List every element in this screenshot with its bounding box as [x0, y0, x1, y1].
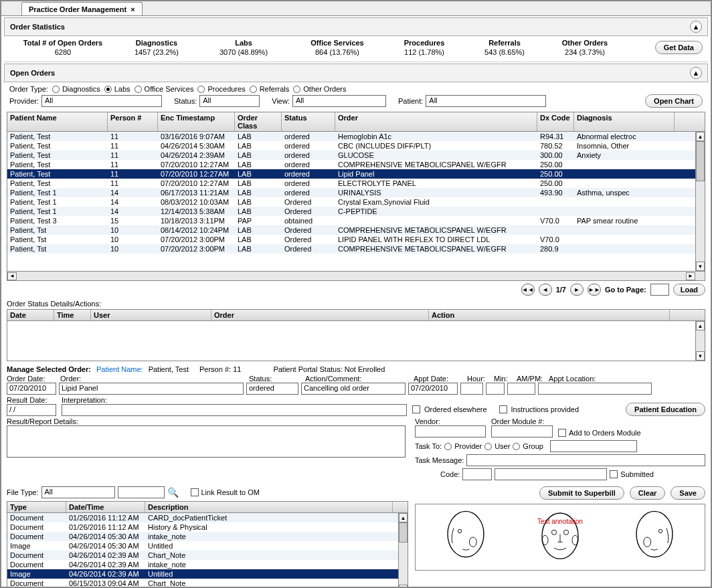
file-type-select[interactable]: All: [41, 486, 115, 498]
submitted-checkbox[interactable]: [610, 470, 618, 478]
table-row[interactable]: Document01/26/2016 11:12 AMCARD_docPatie…: [7, 513, 408, 522]
provider-select[interactable]: All: [41, 95, 162, 107]
sd-col-user[interactable]: User: [91, 310, 211, 320]
radio-other-orders[interactable]: Other Orders: [293, 85, 346, 93]
table-row[interactable]: Patient, Test 31510/18/2013 3:11PMPAPobt…: [7, 216, 705, 225]
get-data-button[interactable]: Get Data: [655, 41, 703, 54]
task-msg-input[interactable]: [466, 454, 705, 466]
status-input[interactable]: ordered: [246, 383, 298, 395]
table-row[interactable]: Document04/26/2014 02:39 AMintake_note: [7, 560, 408, 569]
radio-provider[interactable]: Provider: [444, 442, 482, 450]
clear-button[interactable]: Clear: [630, 486, 666, 500]
scroll-down-icon[interactable]: ▼: [399, 585, 408, 588]
vendor-input[interactable]: [415, 425, 486, 437]
load-button[interactable]: Load: [673, 284, 705, 296]
location-input[interactable]: [538, 383, 652, 395]
col-order-class[interactable]: Order Class: [235, 112, 282, 131]
radio-diagnostics[interactable]: Diagnostics: [52, 85, 100, 93]
link-result-checkbox[interactable]: [191, 488, 199, 496]
ampm-input[interactable]: [507, 383, 535, 395]
table-row[interactable]: Document04/26/2014 02:39 AMChart_Note: [7, 551, 408, 560]
view-select[interactable]: All: [292, 95, 386, 107]
table-row[interactable]: Patient, Test 11412/14/2013 5:38AMLABOrd…: [7, 207, 705, 216]
scroll-up-icon[interactable]: ▲: [399, 513, 408, 522]
table-row[interactable]: Patient, Test1107/20/2010 12:27AMLABorde…: [7, 179, 705, 188]
collapse-icon[interactable]: ▲: [690, 21, 702, 33]
ordered-elsewhere-checkbox[interactable]: [412, 405, 420, 413]
table-row[interactable]: Document04/26/2014 05:30 AMintake_note: [7, 532, 408, 541]
table-row[interactable]: Patient, Test 11408/03/2012 10:03AMLABOr…: [7, 197, 705, 207]
table-row[interactable]: Patient, Test1103/16/2016 9:07AMLABorder…: [7, 132, 705, 141]
instructions-provided-checkbox[interactable]: [499, 405, 507, 413]
add-orders-module-checkbox[interactable]: [558, 429, 566, 437]
radio-referrals[interactable]: Referrals: [250, 85, 290, 93]
result-date-input[interactable]: / /: [7, 404, 56, 416]
order-date-input[interactable]: 07/20/2010: [7, 383, 56, 395]
table-row[interactable]: Patient, Test1107/20/2010 12:27AMLABorde…: [7, 169, 705, 179]
radio-office-services[interactable]: Office Services: [135, 85, 194, 93]
pager-next-button[interactable]: ►: [570, 284, 584, 296]
table-row[interactable]: Patient, Test1107/20/2010 12:27AMLABorde…: [7, 160, 705, 169]
radio-user[interactable]: User: [484, 442, 510, 450]
appt-date-input[interactable]: 07/20/2010: [408, 383, 458, 395]
code-desc-input[interactable]: [495, 468, 607, 480]
col-status[interactable]: Status: [282, 112, 335, 131]
patient-select[interactable]: All: [426, 95, 546, 107]
scroll-up-icon[interactable]: ▲: [696, 321, 705, 330]
col-dx-code[interactable]: Dx Code: [537, 112, 574, 131]
vertical-scrollbar[interactable]: ▲ ▼: [695, 132, 705, 271]
save-button[interactable]: Save: [671, 486, 705, 500]
sd-col-action[interactable]: Action: [429, 310, 670, 320]
file-search-input[interactable]: [118, 486, 165, 498]
open-chart-button[interactable]: Open Chart: [645, 94, 703, 108]
scroll-thumb[interactable]: [399, 522, 408, 543]
vertical-scrollbar[interactable]: ▲ ▼: [695, 321, 705, 361]
fcol-type[interactable]: Type: [7, 502, 66, 512]
hour-input[interactable]: [460, 383, 483, 395]
col-enc-timestamp[interactable]: Enc Timestamp: [158, 112, 235, 131]
submit-superbill-button[interactable]: Submit to Superbill: [539, 486, 624, 500]
horizontal-scrollbar[interactable]: ◄ ►: [7, 271, 705, 280]
pager-prev-button[interactable]: ◄: [539, 284, 552, 296]
close-icon[interactable]: ×: [130, 5, 135, 13]
sd-col-date[interactable]: Date: [7, 310, 54, 320]
task-to-input[interactable]: [550, 440, 637, 452]
col-order[interactable]: Order: [335, 112, 537, 131]
table-row[interactable]: Patient, Test1104/26/2014 2:39AMLABorder…: [7, 151, 705, 160]
table-row[interactable]: Document06/15/2013 09:04 AMChart_Note: [7, 579, 408, 588]
table-row[interactable]: Patient, Tst1007/20/2012 3:00PMLABOrdere…: [7, 244, 705, 254]
order-input[interactable]: Lipid Panel: [59, 383, 244, 395]
order-module-input[interactable]: [491, 425, 553, 437]
fcol-description[interactable]: Description: [145, 502, 393, 512]
patient-education-button[interactable]: Patient Education: [626, 403, 705, 416]
table-row[interactable]: Image04/26/2014 05:30 AMUntitled: [7, 541, 408, 551]
col-person-num[interactable]: Person #: [108, 112, 158, 131]
scroll-thumb[interactable]: [696, 141, 705, 181]
table-row[interactable]: Patient, Test1104/26/2014 5:30AMLABorder…: [7, 141, 705, 151]
radio-procedures[interactable]: Procedures: [197, 85, 245, 93]
min-input[interactable]: [486, 383, 505, 395]
scroll-down-icon[interactable]: ▼: [696, 262, 705, 271]
table-row[interactable]: Document01/26/2016 11:12 AMHistory & Phy…: [7, 522, 408, 532]
scroll-left-icon[interactable]: ◄: [7, 272, 17, 280]
table-row[interactable]: Image04/26/2014 02:39 AMUntitled: [7, 569, 408, 579]
search-icon[interactable]: 🔍: [167, 487, 179, 498]
col-patient-name[interactable]: Patient Name: [7, 112, 108, 131]
scroll-down-icon[interactable]: ▼: [696, 351, 705, 361]
sd-col-time[interactable]: Time: [54, 310, 91, 320]
table-row[interactable]: Patient, Test 11406/17/2013 11:21AMLABor…: [7, 188, 705, 197]
col-diagnosis[interactable]: Diagnosis: [574, 112, 675, 131]
result-report-input[interactable]: [7, 425, 406, 458]
action-input[interactable]: Cancelling old order: [301, 383, 406, 395]
tab-practice-order-mgmt[interactable]: Practice Order Management ×: [21, 2, 143, 15]
fcol-datetime[interactable]: Date/Time: [66, 502, 145, 512]
sd-col-order[interactable]: Order: [211, 310, 429, 320]
scroll-up-icon[interactable]: ▲: [696, 132, 705, 141]
interpretation-input[interactable]: [62, 404, 407, 416]
status-select[interactable]: All: [199, 95, 260, 107]
table-row[interactable]: Patient, Tst1007/20/2012 3:00PMLABOrdere…: [7, 235, 705, 244]
pager-first-button[interactable]: ◄◄: [521, 284, 535, 296]
goto-page-input[interactable]: [650, 284, 669, 296]
code-input[interactable]: [462, 468, 492, 480]
scroll-right-icon[interactable]: ►: [686, 272, 695, 280]
